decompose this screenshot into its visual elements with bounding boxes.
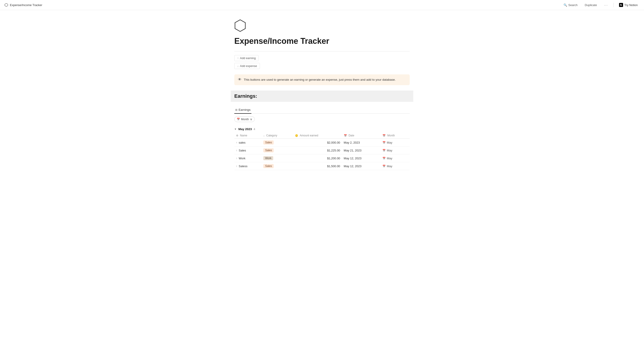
svg-marker-0 bbox=[5, 3, 8, 6]
month-icon: 📅 bbox=[382, 134, 386, 137]
search-button[interactable]: 🔍 Search bbox=[562, 2, 579, 8]
col-category-label: Category bbox=[266, 134, 277, 137]
more-button[interactable]: ··· bbox=[602, 2, 610, 8]
cell-month-1: 📅 May bbox=[381, 146, 410, 154]
table-icon: ⊞ bbox=[235, 108, 238, 111]
row-arrow-icon: ↑ bbox=[236, 141, 238, 144]
category-badge: Work bbox=[263, 156, 273, 160]
down-arrow-icon: ↓ bbox=[237, 64, 238, 68]
cell-category-3: Sales bbox=[262, 162, 293, 170]
col-name-label: Name bbox=[240, 134, 247, 137]
search-label: Search bbox=[568, 3, 578, 7]
table-row[interactable]: ↑ Work Work $1,200.00 May 12, 2023 📅 May bbox=[234, 154, 410, 162]
cell-amount-2: $1,200.00 bbox=[293, 154, 342, 162]
earnings-table: ⚙ Name ↓ Category 🪙 Amount earned 📅 bbox=[234, 133, 410, 170]
col-amount: 🪙 Amount earned bbox=[293, 133, 342, 139]
row-arrow-icon: ↑ bbox=[236, 157, 238, 160]
cell-amount-3: $1,500.00 bbox=[293, 162, 342, 170]
page-icon-large bbox=[234, 19, 248, 32]
group-arrow-icon: ▼ bbox=[234, 128, 236, 130]
cell-date-3: May 12, 2023 bbox=[342, 162, 381, 170]
notion-logo-icon: N bbox=[619, 3, 623, 7]
col-date-label: Date bbox=[348, 134, 354, 137]
title-divider bbox=[234, 51, 410, 51]
table-row[interactable]: ↑ Sales Sales $1,225.00 May 21, 2023 📅 M… bbox=[234, 146, 410, 154]
date-icon: 📅 bbox=[344, 134, 347, 137]
add-earning-button[interactable]: ↑ Add earning bbox=[234, 55, 258, 61]
filter-label: Month bbox=[241, 118, 249, 121]
action-buttons-container: ↑ Add earning ↓ Add expense bbox=[234, 55, 410, 71]
database-section: ⊞ Earnings 📅 Month ∨ ▼ May 2023 4 bbox=[234, 106, 410, 170]
page-title: Expense/Income Tracker bbox=[234, 36, 410, 46]
group-label: May 2023 bbox=[238, 127, 252, 131]
cell-amount-0: $2,000.00 bbox=[293, 139, 342, 146]
try-notion-button[interactable]: N Try Notion bbox=[617, 2, 640, 8]
row-name: sales bbox=[239, 141, 246, 144]
cell-month-3: 📅 May bbox=[381, 162, 410, 170]
duplicate-label: Duplicate bbox=[585, 3, 597, 7]
cell-category-1: Sales bbox=[262, 146, 293, 154]
page-icon-small bbox=[4, 3, 8, 7]
earnings-section: Earnings: ⊞ Earnings 📅 Month ∨ ▼ bbox=[234, 90, 410, 170]
month-cal-icon: 📅 bbox=[382, 149, 386, 152]
row-name: Saless bbox=[239, 164, 248, 168]
col-category: ↓ Category bbox=[262, 133, 293, 139]
hexagon-icon bbox=[234, 19, 246, 32]
cell-month-0: 📅 May bbox=[381, 139, 410, 146]
month-filter-chip[interactable]: 📅 Month ∨ bbox=[234, 116, 255, 122]
settings-icon: ⚙ bbox=[236, 134, 238, 137]
calendar-filter-icon: 📅 bbox=[237, 118, 240, 121]
cell-date-1: May 21, 2023 bbox=[342, 146, 381, 154]
month-cal-icon: 📅 bbox=[382, 141, 386, 144]
cell-month-2: 📅 May bbox=[381, 154, 410, 162]
cell-date-0: May 2, 2023 bbox=[342, 139, 381, 146]
month-value: May bbox=[387, 149, 392, 152]
row-name: Work bbox=[239, 157, 246, 160]
group-count: 4 bbox=[254, 128, 255, 131]
col-name: ⚙ Name bbox=[234, 133, 262, 139]
category-badge: Sales bbox=[263, 148, 274, 152]
row-arrow-icon: ↑ bbox=[236, 165, 238, 167]
svg-marker-1 bbox=[235, 20, 245, 31]
filter-bar: 📅 Month ∨ bbox=[234, 116, 410, 122]
nav-left: Expense/Income Tracker bbox=[4, 3, 42, 7]
col-amount-label: Amount earned bbox=[300, 134, 318, 137]
category-icon: ↓ bbox=[263, 134, 265, 137]
col-date: 📅 Date bbox=[342, 133, 381, 139]
cell-name-1: ↑ Sales bbox=[234, 146, 262, 154]
table-row[interactable]: ↑ Saless Sales $1,500.00 May 12, 2023 📅 … bbox=[234, 162, 410, 170]
month-cal-icon: 📅 bbox=[382, 165, 386, 168]
up-arrow-icon: ↑ bbox=[237, 57, 238, 60]
try-notion-label: Try Notion bbox=[624, 3, 638, 7]
filter-caret-icon: ∨ bbox=[250, 117, 252, 121]
cell-date-2: May 12, 2023 bbox=[342, 154, 381, 162]
nav-divider bbox=[614, 3, 614, 7]
earnings-tab[interactable]: ⊞ Earnings bbox=[234, 106, 252, 114]
more-icon: ··· bbox=[604, 3, 608, 7]
add-earning-label: Add earning bbox=[240, 56, 256, 60]
amount-icon: 🪙 bbox=[295, 134, 298, 137]
search-icon: 🔍 bbox=[564, 3, 567, 7]
table-row[interactable]: ↑ sales Sales $2,000.00 May 2, 2023 📅 Ma… bbox=[234, 139, 410, 146]
main-content: Expense/Income Tracker ↑ Add earning ↓ A… bbox=[221, 10, 423, 188]
row-name: Sales bbox=[239, 149, 246, 152]
month-value: May bbox=[387, 164, 392, 168]
cell-name-0: ↑ sales bbox=[234, 139, 262, 146]
month-cal-icon: 📅 bbox=[382, 157, 386, 160]
info-callout: 👁 This buttons are used to generate an e… bbox=[234, 74, 410, 85]
cell-category-0: Sales bbox=[262, 139, 293, 146]
cell-name-2: ↑ Work bbox=[234, 154, 262, 162]
duplicate-button[interactable]: Duplicate bbox=[583, 2, 598, 8]
col-month-label: Month bbox=[388, 134, 395, 137]
cell-name-3: ↑ Saless bbox=[234, 162, 262, 170]
cell-amount-1: $1,225.00 bbox=[293, 146, 342, 154]
top-navigation: Expense/Income Tracker 🔍 Search Duplicat… bbox=[0, 0, 644, 10]
nav-page-title: Expense/Income Tracker bbox=[10, 3, 42, 7]
earnings-section-heading: Earnings: bbox=[234, 93, 410, 99]
month-value: May bbox=[387, 157, 392, 160]
cell-category-2: Work bbox=[262, 154, 293, 162]
nav-right: 🔍 Search Duplicate ··· N Try Notion bbox=[562, 2, 640, 8]
group-header[interactable]: ▼ May 2023 4 bbox=[234, 126, 410, 133]
add-expense-button[interactable]: ↓ Add expense bbox=[234, 63, 260, 69]
tab-bar: ⊞ Earnings bbox=[234, 106, 410, 114]
